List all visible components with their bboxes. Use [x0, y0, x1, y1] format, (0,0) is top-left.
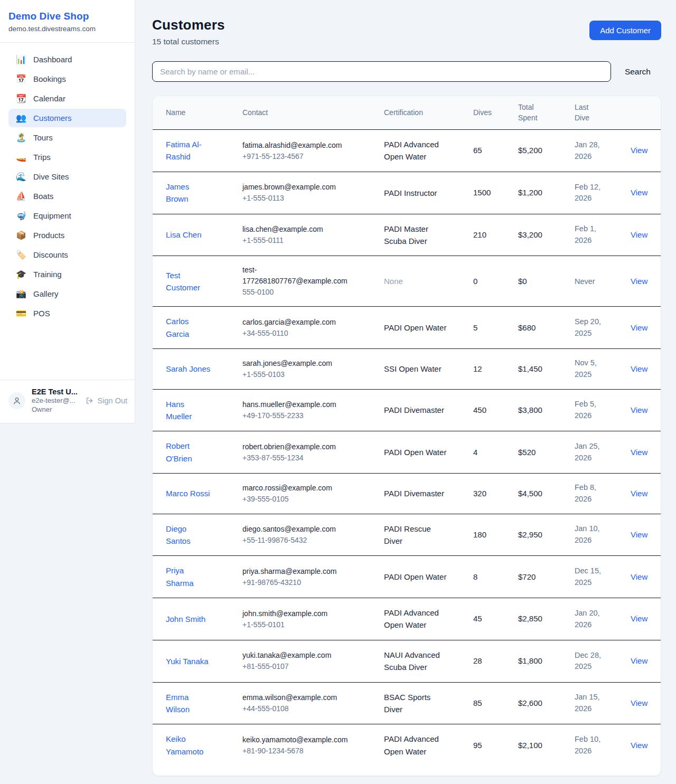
table-row: Diego Santos diego.santos@example.com +5…	[153, 514, 661, 556]
search-button[interactable]: Search	[611, 67, 661, 77]
customer-name-link[interactable]: Priya Sharma	[166, 564, 211, 589]
table-row: James Brown james.brown@example.com +1-5…	[153, 172, 661, 214]
customer-dives: 28	[473, 640, 518, 682]
customer-total-spent: $3,800	[518, 389, 575, 431]
view-link[interactable]: View	[631, 448, 647, 457]
customer-name-link[interactable]: Keiko Yamamoto	[166, 733, 211, 758]
customer-last-dive: Feb 1, 2026	[575, 223, 606, 247]
customer-phone: +39-555-0105	[242, 494, 371, 505]
search-input[interactable]	[152, 61, 611, 82]
customer-name-link[interactable]: Emma Wilson	[166, 691, 211, 716]
customer-email: marco.rossi@example.com	[242, 483, 349, 494]
view-link[interactable]: View	[631, 323, 647, 332]
customer-name-link[interactable]: James Brown	[166, 181, 211, 205]
table-row: Carlos Garcia carlos.garcia@example.com …	[153, 307, 661, 349]
table-row: Robert O'Brien robert.obrien@example.com…	[153, 431, 661, 474]
tours-icon: 🏝️	[16, 134, 26, 142]
sidebar-item-dashboard[interactable]: 📊 Dashboard	[8, 50, 126, 69]
sidebar-item-training[interactable]: 🎓 Training	[8, 265, 126, 284]
customers-table: Name Contact Certification Dives Total S…	[153, 96, 661, 766]
customer-phone: 555-0100	[242, 287, 371, 298]
pos-icon: 💳	[16, 309, 26, 318]
customer-certification: NAUI Advanced Scuba Diver	[384, 649, 447, 674]
customer-name-link[interactable]: Sarah Jones	[166, 363, 210, 375]
customer-name-link[interactable]: John Smith	[166, 613, 205, 625]
customer-last-dive: Feb 10, 2026	[575, 734, 606, 757]
customer-dives: 180	[473, 514, 518, 556]
dashboard-icon: 📊	[16, 55, 26, 64]
customer-total-spent: $3,200	[518, 214, 575, 256]
view-link[interactable]: View	[631, 277, 647, 286]
customer-certification: PADI Rescue Diver	[384, 523, 447, 547]
sign-out-button[interactable]: Sign Out	[86, 396, 127, 405]
column-header-total-spent: Total Spent	[518, 96, 575, 130]
view-link[interactable]: View	[631, 530, 647, 539]
sidebar-item-calendar[interactable]: 📆 Calendar	[8, 89, 126, 108]
customer-certification: PADI Advanced Open Water	[384, 733, 447, 758]
table-row: John Smith john.smith@example.com +1-555…	[153, 598, 661, 640]
customer-certification: PADI Open Water	[384, 571, 446, 583]
page-title: Customers	[152, 17, 225, 33]
customer-phone: +81-90-1234-5678	[242, 745, 371, 757]
customer-name-link[interactable]: Marco Rossi	[166, 487, 210, 499]
customer-last-dive: Dec 28, 2025	[575, 650, 606, 673]
view-link[interactable]: View	[631, 230, 647, 239]
sidebar-item-dive-sites[interactable]: 🌊 Dive Sites	[8, 167, 126, 186]
table-row: Sarah Jones sarah.jones@example.com +1-5…	[153, 349, 661, 390]
sidebar-item-bookings[interactable]: 📅 Bookings	[8, 70, 126, 88]
sidebar-item-customers[interactable]: 👥 Customers	[8, 109, 126, 127]
table-row: Keiko Yamamoto keiko.yamamoto@example.co…	[153, 724, 661, 766]
user-name: E2E Test U...	[32, 388, 79, 396]
sidebar-item-discounts[interactable]: 🏷️ Discounts	[8, 245, 126, 264]
view-link[interactable]: View	[631, 656, 647, 665]
sidebar: Demo Dive Shop demo.test.divestreams.com…	[0, 0, 135, 423]
customer-name-link[interactable]: Test Customer	[166, 269, 211, 294]
view-link[interactable]: View	[631, 146, 647, 155]
page-header: Customers 15 total customers Add Custome…	[152, 17, 661, 46]
customer-name-link[interactable]: Yuki Tanaka	[166, 655, 209, 667]
customer-total-spent: $680	[518, 307, 575, 349]
customer-total-spent: $1,200	[518, 172, 575, 214]
customer-dives: 5	[473, 307, 518, 349]
view-link[interactable]: View	[631, 364, 647, 373]
table-row: Emma Wilson emma.wilson@example.com +44-…	[153, 682, 661, 724]
customer-total-spent: $520	[518, 431, 575, 474]
dive-sites-icon: 🌊	[16, 173, 26, 181]
user-email: e2e-tester@...	[32, 396, 79, 405]
customer-total-spent: $1,800	[518, 640, 575, 682]
customer-phone: +55-11-99876-5432	[242, 535, 371, 546]
sidebar-item-pos[interactable]: 💳 POS	[8, 304, 126, 323]
sidebar-item-tours[interactable]: 🏝️ Tours	[8, 128, 126, 147]
view-link[interactable]: View	[631, 741, 647, 750]
column-header-contact: Contact	[242, 96, 384, 130]
add-customer-button[interactable]: Add Customer	[589, 21, 661, 40]
customer-name-link[interactable]: Carlos Garcia	[166, 315, 211, 340]
customer-certification: SSI Open Water	[384, 363, 442, 375]
sidebar-item-trips[interactable]: 🚤 Trips	[8, 148, 126, 166]
customer-dives: 1500	[473, 172, 518, 214]
customer-total-spent: $5,200	[518, 130, 575, 172]
customer-name-link[interactable]: Hans Mueller	[166, 398, 211, 423]
view-link[interactable]: View	[631, 489, 647, 498]
table-row: Marco Rossi marco.rossi@example.com +39-…	[153, 474, 661, 514]
view-link[interactable]: View	[631, 572, 647, 581]
sidebar-item-gallery[interactable]: 📸 Gallery	[8, 285, 126, 303]
column-header-last-dive: Last Dive	[575, 96, 631, 130]
customer-name-link[interactable]: Fatima Al-Rashid	[166, 138, 211, 163]
view-link[interactable]: View	[631, 698, 647, 707]
customer-email: yuki.tanaka@example.com	[242, 650, 349, 661]
customer-email: sarah.jones@example.com	[242, 358, 349, 369]
customer-name-link[interactable]: Robert O'Brien	[166, 440, 211, 465]
view-link[interactable]: View	[631, 614, 647, 623]
sidebar-item-equipment[interactable]: 🤿 Equipment	[8, 206, 126, 225]
sidebar-item-products[interactable]: 📦 Products	[8, 226, 126, 244]
customer-name-link[interactable]: Diego Santos	[166, 523, 211, 547]
customer-dives: 95	[473, 724, 518, 766]
view-link[interactable]: View	[631, 188, 647, 197]
table-header-row: Name Contact Certification Dives Total S…	[153, 96, 661, 130]
view-link[interactable]: View	[631, 405, 647, 414]
customer-name-link[interactable]: Lisa Chen	[166, 229, 202, 241]
main-content: Customers 15 total customers Add Custome…	[152, 0, 661, 776]
sidebar-item-boats[interactable]: ⛵ Boats	[8, 187, 126, 205]
customer-certification: PADI Master Scuba Diver	[384, 223, 447, 248]
